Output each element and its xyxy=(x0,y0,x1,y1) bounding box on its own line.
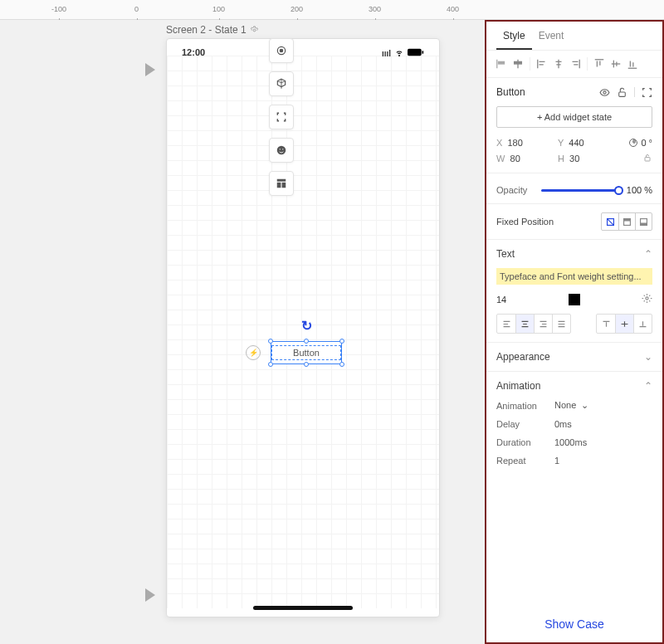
brackets-icon[interactable] xyxy=(269,105,294,129)
rotate-icon[interactable]: ↻ xyxy=(301,318,312,334)
signal-icon: ıııl xyxy=(382,49,391,58)
svg-rect-8 xyxy=(277,179,286,182)
svg-rect-35 xyxy=(645,158,650,162)
device-frame: 12:00 ıııl ↻ ⚡ Button xyxy=(166,38,440,617)
chevron-down-icon: ⌄ xyxy=(644,351,652,363)
animation-select[interactable]: None ⌄ xyxy=(554,400,652,411)
rotation-input[interactable]: 0 ° xyxy=(619,138,652,148)
pos-x[interactable]: 180 xyxy=(507,138,522,148)
chevron-up-icon: ⌃ xyxy=(644,380,652,392)
screen-settings-icon[interactable] xyxy=(250,26,259,35)
canvas-toolbar xyxy=(269,38,294,196)
opacity-value[interactable]: 100 % xyxy=(627,185,652,195)
svg-point-5 xyxy=(277,146,286,155)
expand-icon[interactable] xyxy=(642,87,652,98)
region-handle-top[interactable] xyxy=(145,63,155,76)
svg-point-7 xyxy=(282,149,283,149)
svg-point-33 xyxy=(603,90,606,93)
svg-point-4 xyxy=(280,49,283,52)
screen-name[interactable]: Screen 2 - State 1 xyxy=(166,24,259,36)
animation-section-header[interactable]: Animation⌃ xyxy=(496,380,652,392)
text-align-right-icon[interactable] xyxy=(534,315,552,333)
opacity-label: Opacity xyxy=(496,185,535,195)
svg-rect-12 xyxy=(499,61,505,64)
size-w[interactable]: 80 xyxy=(510,154,520,163)
button-widget-label: Button xyxy=(271,345,341,360)
fixed-none-icon[interactable] xyxy=(602,213,618,230)
svg-rect-2 xyxy=(422,51,424,53)
font-color-swatch[interactable] xyxy=(569,294,580,305)
unlock-icon[interactable] xyxy=(617,87,627,98)
canvas[interactable]: Screen 2 - State 1 12:00 ıııl xyxy=(0,20,485,644)
appearance-section-header[interactable]: Appearance⌄ xyxy=(496,351,652,363)
ruler: -100 0 100 200 300 400 xyxy=(0,0,664,20)
gear-icon[interactable] xyxy=(642,293,652,305)
vert-align-middle-icon[interactable] xyxy=(615,315,633,333)
align-right-icon[interactable] xyxy=(569,57,582,71)
typeface-button[interactable]: Typeface and Font weight setting... xyxy=(496,268,652,285)
align-center-icon[interactable] xyxy=(552,57,565,71)
duration-input[interactable]: 1000ms xyxy=(554,437,652,447)
lock-aspect-icon[interactable] xyxy=(619,153,652,164)
repeat-input[interactable]: 1 xyxy=(554,456,652,466)
device-time: 12:00 xyxy=(182,47,205,59)
text-align-left-icon[interactable] xyxy=(497,315,515,333)
status-icons: ıııl xyxy=(382,47,424,59)
vert-align-top-icon[interactable] xyxy=(597,315,615,333)
showcase-button[interactable]: Show Case xyxy=(486,611,662,637)
tab-event[interactable]: Event xyxy=(532,22,571,50)
svg-line-37 xyxy=(607,218,613,225)
vert-align-bottom-icon[interactable] xyxy=(633,315,652,333)
add-widget-state-button[interactable]: + Add widget state xyxy=(496,106,652,128)
cube-icon[interactable] xyxy=(269,71,294,96)
svg-rect-10 xyxy=(282,183,286,188)
align-bottom-icon[interactable] xyxy=(626,57,639,71)
eye-icon[interactable] xyxy=(599,87,610,98)
region-handle-bottom[interactable] xyxy=(145,588,155,602)
wifi-icon xyxy=(394,47,404,59)
fixed-top-icon[interactable] xyxy=(618,213,635,230)
svg-rect-34 xyxy=(619,91,626,95)
selected-widget[interactable]: ↻ ⚡ Button xyxy=(271,341,342,364)
svg-point-6 xyxy=(280,149,281,149)
svg-point-42 xyxy=(646,297,648,300)
align-left2-icon[interactable] xyxy=(535,57,549,71)
align-middle-icon[interactable] xyxy=(609,57,622,71)
layout-icon[interactable] xyxy=(269,171,294,196)
element-name: Button xyxy=(496,86,525,98)
align-center-h-icon[interactable] xyxy=(511,57,525,71)
pos-y[interactable]: 440 xyxy=(569,138,583,148)
fixed-bottom-icon[interactable] xyxy=(635,213,652,230)
home-indicator xyxy=(253,606,353,610)
svg-point-0 xyxy=(253,29,256,32)
svg-rect-41 xyxy=(641,223,647,225)
tab-style[interactable]: Style xyxy=(496,22,532,50)
svg-rect-9 xyxy=(277,183,281,188)
quick-action-icon[interactable]: ⚡ xyxy=(246,345,261,360)
svg-rect-39 xyxy=(624,218,631,220)
chevron-up-icon: ⌃ xyxy=(644,248,652,260)
face-icon[interactable] xyxy=(269,138,294,163)
target-icon[interactable] xyxy=(269,38,294,63)
text-section-header[interactable]: Text⌃ xyxy=(496,248,652,260)
text-align-center-icon[interactable] xyxy=(515,315,534,333)
svg-rect-1 xyxy=(408,49,422,56)
align-toolbar xyxy=(486,50,662,77)
text-align-justify-icon[interactable] xyxy=(552,315,570,333)
battery-icon xyxy=(408,48,424,58)
opacity-slider[interactable] xyxy=(541,189,620,192)
font-size[interactable]: 14 xyxy=(496,295,506,305)
size-h[interactable]: 30 xyxy=(569,154,579,163)
align-top-icon[interactable] xyxy=(593,57,606,71)
align-left-icon[interactable] xyxy=(495,57,508,71)
delay-input[interactable]: 0ms xyxy=(554,419,652,429)
inspector-panel: Style Event Button xyxy=(485,20,664,644)
svg-rect-14 xyxy=(515,61,522,64)
fixed-position-label: Fixed Position xyxy=(496,217,554,227)
